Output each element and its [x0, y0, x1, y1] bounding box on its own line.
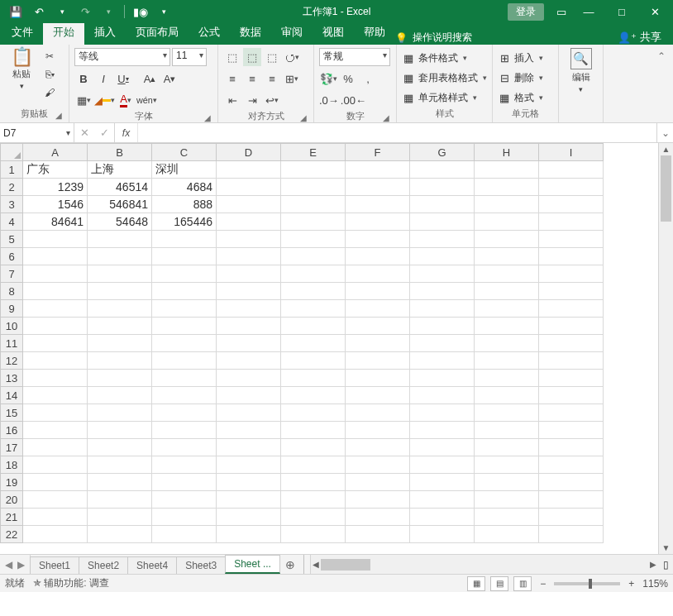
scroll-thumb[interactable] — [321, 559, 370, 571]
cell[interactable] — [152, 456, 217, 474]
cell[interactable] — [152, 526, 217, 543]
cell[interactable] — [281, 370, 346, 387]
cell[interactable] — [152, 370, 217, 387]
cell[interactable] — [152, 439, 217, 456]
tab-insert[interactable]: 插入 — [84, 21, 126, 45]
cell[interactable] — [410, 387, 475, 404]
cell[interactable] — [475, 456, 539, 474]
share-button[interactable]: 👤⁺ 共享 — [613, 30, 666, 45]
close-icon[interactable]: ✕ — [640, 2, 670, 21]
cell[interactable] — [346, 196, 410, 213]
zoom-slider[interactable] — [554, 582, 620, 585]
cell[interactable] — [217, 283, 281, 300]
cell[interactable] — [346, 439, 410, 456]
cell[interactable]: 上海 — [88, 161, 152, 179]
row-header[interactable]: 16 — [1, 422, 23, 439]
cell[interactable] — [281, 231, 346, 248]
column-header[interactable]: F — [346, 144, 410, 161]
cell[interactable] — [475, 352, 539, 370]
tab-formulas[interactable]: 公式 — [189, 21, 230, 45]
column-header[interactable]: H — [475, 144, 539, 161]
cell[interactable] — [346, 335, 410, 352]
cell[interactable] — [346, 265, 410, 283]
cell[interactable] — [410, 509, 475, 526]
cell[interactable] — [281, 283, 346, 300]
cell[interactable] — [88, 404, 152, 422]
cell[interactable] — [217, 318, 281, 335]
conditional-formatting-button[interactable]: ▦条件格式▾ — [402, 50, 467, 66]
scroll-right-icon[interactable]: ▶ — [648, 558, 658, 571]
cell[interactable] — [88, 422, 152, 439]
copy-icon[interactable]: ⎘▾ — [41, 66, 58, 83]
cell[interactable] — [346, 248, 410, 265]
cell[interactable] — [346, 179, 410, 196]
alignment-dialog-launcher-icon[interactable]: ◢ — [300, 113, 307, 122]
undo-more-icon[interactable]: ▾ — [53, 2, 71, 21]
cell[interactable] — [23, 509, 88, 526]
cell[interactable] — [539, 509, 604, 526]
cell[interactable] — [88, 370, 152, 387]
cell[interactable] — [152, 335, 217, 352]
collapse-ribbon-icon[interactable]: ⌃ — [653, 48, 670, 64]
redo-icon[interactable]: ↷ — [76, 2, 94, 21]
row-header[interactable]: 20 — [1, 491, 23, 509]
cell[interactable] — [152, 318, 217, 335]
prev-sheet-icon[interactable]: ◀ — [5, 559, 12, 571]
cell[interactable] — [281, 318, 346, 335]
font-color-button[interactable]: A — [117, 91, 135, 109]
italic-button[interactable]: I — [94, 69, 112, 88]
cell[interactable] — [346, 509, 410, 526]
clipboard-dialog-launcher-icon[interactable]: ◢ — [55, 111, 62, 120]
cell[interactable] — [217, 300, 281, 318]
cell[interactable] — [152, 283, 217, 300]
scroll-down-icon[interactable]: ▼ — [661, 542, 672, 554]
cell[interactable] — [346, 318, 410, 335]
scroll-up-icon[interactable]: ▲ — [661, 143, 672, 155]
cell[interactable] — [88, 231, 152, 248]
cell[interactable] — [410, 439, 475, 456]
cell[interactable] — [475, 370, 539, 387]
percent-icon[interactable]: % — [339, 69, 357, 88]
cell[interactable] — [88, 335, 152, 352]
cell[interactable]: 54648 — [88, 213, 152, 231]
cell[interactable] — [410, 404, 475, 422]
cell[interactable]: 888 — [152, 196, 217, 213]
tab-file[interactable]: 文件 — [2, 21, 43, 45]
cell[interactable] — [410, 265, 475, 283]
cell[interactable] — [346, 456, 410, 474]
cell[interactable] — [88, 456, 152, 474]
column-header[interactable]: B — [88, 144, 152, 161]
cut-icon[interactable]: ✂ — [41, 48, 58, 64]
cell[interactable] — [217, 456, 281, 474]
cell[interactable] — [88, 265, 152, 283]
cell[interactable]: 广东 — [23, 161, 88, 179]
row-header[interactable]: 11 — [1, 335, 23, 352]
zoom-in-button[interactable]: + — [625, 578, 637, 590]
cell[interactable] — [475, 265, 539, 283]
cell[interactable] — [217, 179, 281, 196]
tell-me-search[interactable]: 💡 操作说明搜索 — [395, 31, 472, 45]
cell[interactable] — [539, 318, 604, 335]
cell[interactable] — [217, 526, 281, 543]
cell[interactable] — [281, 491, 346, 509]
cell[interactable] — [539, 335, 604, 352]
cell[interactable] — [475, 213, 539, 231]
accounting-format-icon[interactable]: 💱 — [319, 69, 337, 88]
cell[interactable] — [410, 161, 475, 179]
cell[interactable] — [346, 161, 410, 179]
cell[interactable] — [539, 300, 604, 318]
row-header[interactable]: 2 — [1, 179, 23, 196]
cell[interactable] — [475, 526, 539, 543]
tab-review[interactable]: 审阅 — [271, 21, 313, 45]
cell[interactable] — [23, 404, 88, 422]
cell[interactable] — [152, 404, 217, 422]
cell[interactable] — [281, 248, 346, 265]
cell[interactable] — [88, 300, 152, 318]
cell[interactable] — [410, 370, 475, 387]
accept-formula-icon[interactable]: ✓ — [94, 127, 114, 139]
column-header[interactable]: C — [152, 144, 217, 161]
cell[interactable] — [152, 231, 217, 248]
cell[interactable] — [88, 509, 152, 526]
name-box[interactable]: D7 ▾ — [0, 123, 74, 142]
tab-home[interactable]: 开始 — [43, 21, 84, 45]
